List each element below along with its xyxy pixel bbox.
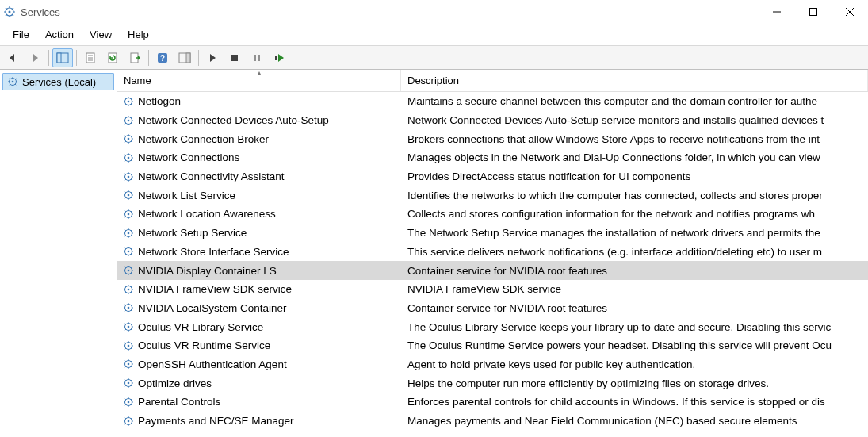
tree-pane[interactable]: Services (Local) [0,70,117,437]
properties-button[interactable] [80,48,101,67]
service-name: Network Location Awareness [138,208,276,220]
service-description: The Oculus Library Service keeps your li… [401,321,868,333]
cell-name: Network Location Awareness [117,208,401,220]
refresh-button[interactable] [102,48,123,67]
forward-button[interactable] [25,48,45,67]
stop-service-button[interactable] [224,48,245,67]
service-row[interactable]: Network Store Interface ServiceThis serv… [117,243,868,262]
service-row[interactable]: Parental ControlsEnforces parental contr… [117,393,868,412]
separator [48,50,49,66]
service-row[interactable]: Payments and NFC/SE ManagerManages payme… [117,412,868,431]
help-button[interactable]: ? [152,48,173,67]
service-description: NVIDIA FrameView SDK service [401,283,868,295]
service-row[interactable]: Oculus VR Runtime ServiceThe Oculus Runt… [117,336,868,355]
maximize-button[interactable] [795,0,832,24]
gear-icon [122,171,135,183]
gear-icon [6,75,19,88]
service-name: Netlogon [138,95,181,107]
service-name: Oculus VR Library Service [138,321,263,333]
service-name: Network Connection Broker [138,133,269,145]
service-row[interactable]: Network List ServiceIdentifies the netwo… [117,186,868,205]
cell-name: Parental Controls [117,396,401,408]
toolbar: ? [0,46,868,70]
close-button[interactable] [832,0,868,24]
show-hide-tree-button[interactable] [52,48,73,67]
restart-service-button[interactable] [269,48,289,67]
cell-name: Network Store Interface Service [117,245,401,258]
svg-point-51 [128,344,130,347]
service-description: The Oculus Runtime Service powers your h… [401,339,868,351]
service-name: OpenSSH Authentication Agent [138,358,287,370]
action-pane-button[interactable] [174,48,195,67]
service-row[interactable]: Oculus VR Library ServiceThe Oculus Libr… [117,317,868,336]
svg-point-55 [128,382,130,385]
pause-service-button[interactable] [247,48,267,67]
minimize-button[interactable] [759,0,795,24]
svg-point-27 [128,119,130,121]
svg-rect-20 [258,55,260,61]
svg-point-35 [128,194,130,197]
export-button[interactable] [124,48,145,67]
gear-icon [122,320,135,333]
service-name: Network Setup Service [138,227,247,239]
service-description: Provides DirectAccess status notificatio… [401,171,868,182]
service-description: Container service for NVIDIA root featur… [401,302,868,314]
service-name: Network Connected Devices Auto-Setup [138,114,329,126]
svg-text:?: ? [160,54,165,63]
service-row[interactable]: NetlogonMaintains a secure channel betwe… [117,92,868,111]
service-name: NVIDIA FrameView SDK service [138,283,292,295]
menu-view[interactable]: View [82,29,120,40]
service-row[interactable]: NVIDIA LocalSystem ContainerContainer se… [117,299,868,318]
back-button[interactable] [2,48,23,67]
service-description: Helps the computer run more efficiently … [401,378,868,389]
svg-point-25 [128,101,130,103]
svg-point-47 [128,307,130,309]
gear-icon [122,301,135,314]
service-row[interactable]: NVIDIA Display Container LSContainer ser… [117,261,868,280]
menu-action[interactable]: Action [37,29,82,40]
svg-point-1 [9,11,11,13]
service-row[interactable]: Optimize drivesHelps the computer run mo… [117,374,868,393]
gear-icon [122,415,135,427]
service-description: Collects and stores configuration inform… [401,208,868,220]
service-row[interactable]: NVIDIA FrameView SDK serviceNVIDIA Frame… [117,280,868,299]
gear-icon [122,283,135,296]
window-title: Services [21,6,60,18]
app-icon [3,6,16,18]
start-service-button[interactable] [202,48,223,67]
column-header-description[interactable]: Description [401,70,868,91]
gear-icon [122,245,135,258]
column-header-name[interactable]: ▴ Name [117,70,401,91]
cell-name: Optimize drives [117,377,401,389]
service-row[interactable]: Network Connectivity AssistantProvides D… [117,167,868,186]
separator [76,50,77,66]
service-description: Network Connected Devices Auto-Setup ser… [401,114,868,126]
service-row[interactable]: OpenSSH Authentication AgentAgent to hol… [117,355,868,374]
svg-point-23 [12,81,14,83]
menu-file[interactable]: File [5,29,37,40]
tree-item-services-local[interactable]: Services (Local) [2,73,114,90]
service-row[interactable]: Network Setup ServiceThe Network Setup S… [117,224,868,243]
list-header: ▴ Name Description [117,70,868,92]
svg-point-43 [128,270,130,272]
service-row[interactable]: Network Connection BrokerBrokers connect… [117,129,868,148]
svg-rect-21 [275,56,277,60]
gear-icon [122,396,135,408]
service-row[interactable]: Network Connected Devices Auto-SetupNetw… [117,111,868,130]
cell-name: OpenSSH Authentication Agent [117,358,401,370]
gear-icon [122,264,135,277]
list-body[interactable]: NetlogonMaintains a secure channel betwe… [117,92,868,437]
menu-help[interactable]: Help [120,29,157,40]
gear-icon [122,208,135,220]
service-description: The Network Setup Service manages the in… [401,227,868,239]
menubar: File Action View Help [0,24,868,46]
svg-rect-7 [57,53,61,63]
service-description: This service delivers network notificati… [401,246,868,258]
svg-point-45 [128,288,130,290]
cell-name: Payments and NFC/SE Manager [117,415,401,427]
service-row[interactable]: Network Location AwarenessCollects and s… [117,205,868,224]
svg-point-39 [128,232,130,234]
service-description: Brokers connections that allow Windows S… [401,133,868,145]
service-row[interactable]: Network ConnectionsManages objects in th… [117,148,868,167]
service-name: NVIDIA LocalSystem Container [138,302,287,314]
